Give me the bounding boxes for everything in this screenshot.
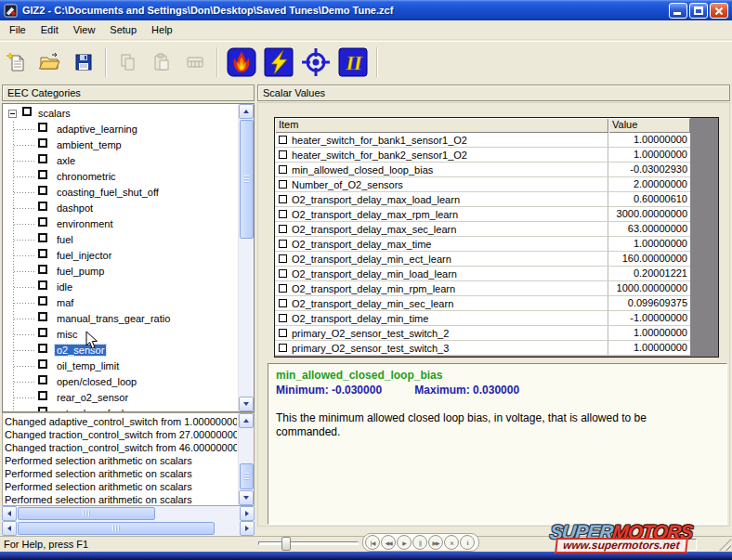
activity-log[interactable]: Changed adaptive_control_switch from 1.0… xyxy=(2,412,255,506)
tree-item-checkbox[interactable] xyxy=(38,296,47,306)
tree-item-label[interactable]: idle xyxy=(55,281,74,293)
tree-item[interactable]: environment xyxy=(3,216,238,232)
item-cell[interactable]: heater_switch_for_bank1_sensor1_O2 xyxy=(275,133,608,147)
value-cell[interactable]: 1.00000000 xyxy=(608,133,690,147)
table-row[interactable]: primary_O2_sensor_test_switch_3 1.000000… xyxy=(275,341,690,356)
resize-grip[interactable] xyxy=(719,539,731,551)
tree-item[interactable]: open/closed_loop xyxy=(3,374,238,390)
tree-item-checkbox[interactable] xyxy=(38,186,47,195)
value-cell[interactable]: 1.00000000 xyxy=(608,341,690,355)
row-checkbox[interactable] xyxy=(279,254,287,263)
save-button[interactable] xyxy=(69,48,98,76)
tree-item-label[interactable]: fuel_injector xyxy=(55,250,113,261)
value-cell[interactable]: 1.00000000 xyxy=(608,237,690,251)
scroll-up-button[interactable] xyxy=(239,413,254,428)
tree-item-checkbox[interactable] xyxy=(38,202,47,211)
tree-item[interactable]: axle xyxy=(3,153,238,169)
play-button[interactable]: ▶ xyxy=(397,535,412,550)
tree-item[interactable]: fuel xyxy=(3,232,238,248)
close-button[interactable] xyxy=(710,3,728,19)
info-button[interactable]: i xyxy=(460,535,475,550)
menu-item[interactable]: File xyxy=(2,22,33,37)
item-cell[interactable]: O2_transport_delay_max_load_learn xyxy=(275,192,608,206)
row-checkbox[interactable] xyxy=(279,136,287,144)
item-cell[interactable]: O2_transport_delay_min_ect_learn xyxy=(275,252,608,266)
item-cell[interactable]: O2_transport_delay_max_rpm_learn xyxy=(275,207,608,221)
tree-item[interactable]: rear_o2_sensor xyxy=(3,390,238,406)
value-cell[interactable]: 1.00000000 xyxy=(608,326,690,340)
tree-item-label[interactable]: environment xyxy=(55,218,115,229)
pause-tool-button[interactable]: II xyxy=(336,46,370,79)
tree-item-label[interactable]: adaptive_learning xyxy=(55,124,139,135)
title-bar[interactable]: GIZ2 - C:\Documents and Settings\Don\Des… xyxy=(0,0,732,20)
tree-item-label[interactable]: open/closed_loop xyxy=(55,376,138,387)
scrollbar-thumb[interactable] xyxy=(18,507,155,520)
tree-item[interactable]: dashpot xyxy=(3,201,238,216)
tree-item[interactable]: maf xyxy=(3,295,238,311)
tree-item[interactable]: idle xyxy=(3,280,238,295)
tree-item-label[interactable]: fuel_pump xyxy=(55,266,106,277)
tree-root-scalars[interactable]: scalars xyxy=(3,106,238,122)
item-cell[interactable]: O2_transport_delay_min_time xyxy=(275,311,608,325)
table-row[interactable]: O2_transport_delay_max_rpm_learn 3000.00… xyxy=(275,207,690,222)
menu-item[interactable]: Setup xyxy=(102,22,144,37)
tree-item[interactable]: chronometric xyxy=(3,169,238,185)
row-checkbox[interactable] xyxy=(279,180,287,189)
row-checkbox[interactable] xyxy=(279,195,287,203)
tree-item-label[interactable]: misc xyxy=(55,329,80,340)
scroll-down-button[interactable] xyxy=(239,397,254,411)
row-checkbox[interactable] xyxy=(279,210,287,218)
value-cell[interactable]: 1.00000000 xyxy=(608,148,690,162)
tree-item-label[interactable]: o2_sensor xyxy=(55,345,106,356)
tree-item-checkbox[interactable] xyxy=(38,391,47,400)
tree-item-checkbox[interactable] xyxy=(38,138,47,148)
tree-item-checkbox[interactable] xyxy=(38,123,47,132)
tree-item-checkbox[interactable] xyxy=(38,170,47,179)
table-row[interactable]: O2_transport_delay_min_load_learn 0.2000… xyxy=(275,267,690,281)
row-checkbox[interactable] xyxy=(279,329,287,337)
tree-item[interactable]: coasting_fuel_shut_off xyxy=(3,185,238,201)
table-row[interactable]: O2_transport_delay_max_load_learn 0.6000… xyxy=(275,192,690,207)
menu-item[interactable]: Edit xyxy=(33,22,66,37)
item-cell[interactable]: O2_transport_delay_min_rpm_learn xyxy=(275,281,608,295)
row-checkbox[interactable] xyxy=(279,344,287,352)
tree-item-label[interactable]: dashpot xyxy=(55,202,95,214)
row-checkbox[interactable] xyxy=(279,150,287,159)
slider-track[interactable] xyxy=(258,541,359,545)
spark-tool-button[interactable] xyxy=(262,46,295,79)
value-cell[interactable]: 160.00000000 xyxy=(608,252,690,266)
tree-item[interactable]: misc xyxy=(3,327,238,343)
item-cell[interactable]: primary_O2_sensor_test_switch_2 xyxy=(275,326,608,340)
tree-item-label[interactable]: maf xyxy=(55,297,75,308)
item-cell[interactable]: O2_transport_delay_max_sec_learn xyxy=(275,222,608,236)
row-checkbox[interactable] xyxy=(279,225,287,233)
tree-item[interactable]: returnless_fuel_pump xyxy=(3,406,238,411)
item-cell[interactable]: min_allowed_closed_loop_bias xyxy=(275,163,608,176)
row-checkbox[interactable] xyxy=(279,284,287,293)
item-cell[interactable]: O2_transport_delay_min_load_learn xyxy=(275,267,608,280)
item-cell[interactable]: O2_transport_delay_max_time xyxy=(275,237,608,251)
flames-tool-button[interactable] xyxy=(225,46,258,79)
tree-item-checkbox[interactable] xyxy=(38,375,47,384)
tree-item[interactable]: fuel_injector xyxy=(3,248,238,264)
scroll-up-button[interactable] xyxy=(239,104,254,119)
scroll-left-button[interactable] xyxy=(2,506,17,521)
tree-item-label[interactable]: manual_trans_gear_ratio xyxy=(55,313,172,324)
pause-button[interactable]: || xyxy=(412,535,427,550)
tree-item-checkbox[interactable] xyxy=(38,154,47,163)
scrollbar-thumb[interactable] xyxy=(18,522,215,535)
tree-item-checkbox[interactable] xyxy=(38,233,47,242)
value-cell[interactable]: -1.00000000 xyxy=(608,311,690,325)
row-checkbox[interactable] xyxy=(279,299,287,307)
maximize-button[interactable] xyxy=(689,3,708,19)
tree-item[interactable]: o2_sensor xyxy=(3,343,238,358)
tree-item-label[interactable]: ambient_temp xyxy=(55,139,124,150)
tree-item-checkbox[interactable] xyxy=(38,328,47,337)
log-vertical-scrollbar[interactable] xyxy=(238,413,254,505)
value-cell[interactable]: 0.20001221 xyxy=(608,267,690,280)
value-cell[interactable]: 63.00000000 xyxy=(608,222,690,236)
scroll-left-button[interactable] xyxy=(2,521,17,536)
column-header-item[interactable]: Item xyxy=(275,118,608,133)
value-cell[interactable]: 0.60000610 xyxy=(608,192,690,206)
tree-item-checkbox[interactable] xyxy=(38,265,47,274)
